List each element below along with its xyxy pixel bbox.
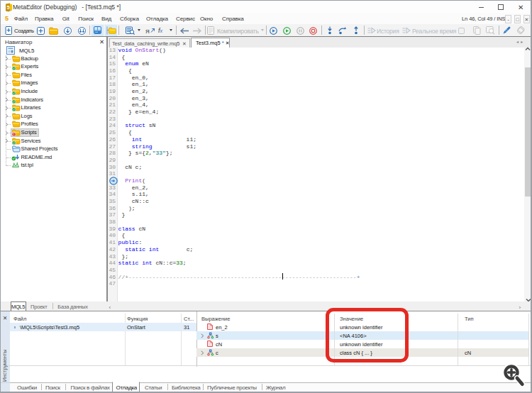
svg-text:Я: Я bbox=[145, 28, 150, 35]
